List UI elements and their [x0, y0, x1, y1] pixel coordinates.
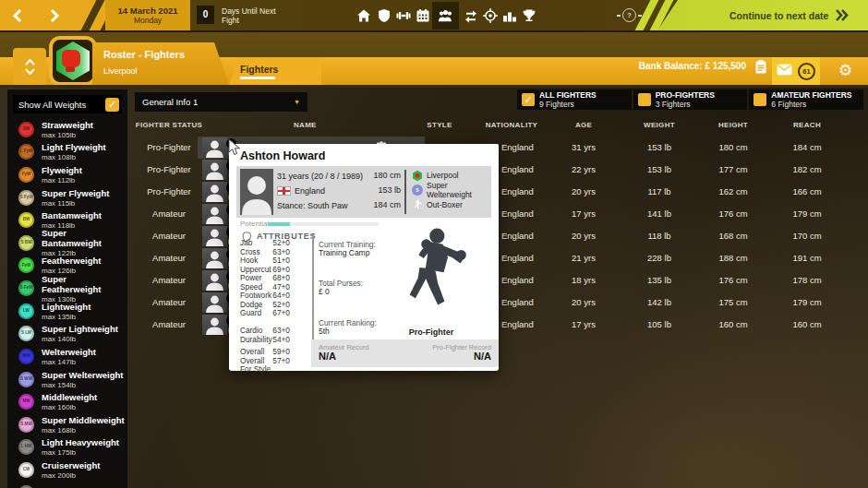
weight-class-icon: CW — [18, 462, 34, 478]
fighter-filters: ALL FIGHTERS 9 Fighters PRO-FIGHTERS 3 F… — [517, 89, 863, 110]
attributes-condition-list: Cardio 63+0 Durability 54+0 — [240, 327, 290, 344]
scouting-target-icon[interactable] — [483, 8, 499, 24]
training-dumbbell-icon[interactable] — [396, 8, 412, 24]
weight-class-icon: L HW — [18, 439, 34, 455]
popup-nationality: England — [295, 186, 325, 196]
fighter-height: 162 cm — [701, 181, 766, 203]
show-all-weights-checkbox[interactable] — [105, 98, 119, 112]
filter-checkbox[interactable] — [638, 93, 651, 106]
collapse-sidebar-tab[interactable] — [13, 48, 46, 85]
fighter-reach: 170 cm — [775, 225, 839, 247]
roster-people-icon[interactable] — [438, 8, 453, 24]
fighter-filter-button[interactable]: PRO-FIGHTERS 3 Fighters — [633, 89, 748, 110]
club-logo-icon — [412, 170, 423, 182]
home-icon[interactable] — [356, 8, 372, 24]
weight-class-item[interactable]: WW Welterweight max 147lb — [7, 345, 127, 368]
column-style[interactable]: STYLE — [407, 121, 472, 129]
show-all-weights-label: Show All Weights — [13, 100, 105, 110]
weight-class-max: max 140lb — [42, 335, 118, 343]
record-bar: Amateur Record N/A Pro-Fighter Record N/… — [311, 339, 499, 367]
fighter-photo — [240, 169, 273, 215]
popup-info-divider — [404, 170, 406, 214]
club-name: Liverpool — [103, 66, 138, 76]
column-name[interactable]: NAME — [294, 121, 349, 129]
fighter-age: 31 yrs — [551, 137, 616, 159]
attribute-row: Guard 67+0 — [240, 309, 290, 318]
fighter-age: 18 yrs — [551, 269, 616, 292]
club-logo[interactable] — [48, 35, 98, 87]
weight-class-icon: S WW — [18, 372, 34, 387]
current-date: 14 March 2021 — [105, 6, 190, 16]
weight-class-abbr: S WW — [20, 377, 32, 382]
weight-class-item[interactable]: S WW Super Welterweight max 154lb — [7, 368, 127, 391]
rankings-podium-icon[interactable] — [502, 8, 518, 24]
fighter-avatar — [202, 204, 227, 224]
weight-class-item[interactable]: L HW Light Heavyweight max 175lb — [7, 436, 127, 459]
popup-club-row: Liverpool — [412, 170, 459, 181]
popup-age-dob: 31 years (20 / 8 / 1989) — [277, 171, 363, 181]
weight-class-abbr: L HW — [21, 445, 32, 449]
column-nationality[interactable]: NATIONALITY — [475, 121, 549, 129]
column-reach[interactable]: REACH — [775, 121, 839, 129]
forward-chevron-button[interactable] — [46, 7, 63, 24]
column-fighter-status[interactable]: FIGHTER STATUS — [114, 121, 224, 129]
tab-fighters[interactable]: Fighters — [229, 57, 321, 85]
settings-gear-icon[interactable]: ⚙ — [838, 63, 852, 78]
weight-class-max: max 160lb — [42, 403, 97, 411]
continue-button[interactable]: Continue to next date — [729, 0, 850, 30]
weight-class-item[interactable]: MW Middleweight max 160lb — [7, 390, 127, 413]
column-height[interactable]: HEIGHT — [701, 121, 766, 129]
popup-stance: Stance: South Paw — [277, 200, 348, 210]
days-until-fight-label: Days Until Next Fight — [222, 6, 279, 25]
back-chevron-button[interactable] — [9, 7, 26, 24]
filter-checkbox[interactable] — [522, 93, 535, 106]
contracts-clipboard-icon[interactable] — [753, 59, 768, 75]
fighter-weight: 142 lb — [627, 292, 692, 314]
header-bar: Roster - Fighters Liverpool Fighters Ban… — [0, 32, 868, 88]
transfers-swap-icon[interactable] — [464, 8, 479, 24]
weight-class-name: Super Middleweight — [42, 415, 125, 425]
weight-class-abbr: S MW — [20, 423, 32, 427]
filter-count: 6 Fighters — [771, 100, 851, 109]
weight-class-name: Super Welterweight — [42, 370, 124, 380]
mail-count-badge[interactable]: 61 — [798, 63, 815, 80]
weight-class-max: max 168lb — [42, 426, 125, 434]
boxing-manager-app: 14 March 2021 Monday 0 Days Until Next F… — [0, 0, 868, 488]
table-header-row: FIGHTER STATUS NAME STYLE NATIONALITY AG… — [0, 121, 868, 134]
fighter-filter-button[interactable]: AMATEUR FIGHTERS 6 Fighters — [749, 89, 863, 110]
help-icon[interactable]: ? — [617, 8, 642, 22]
fighter-reach: 184 cm — [775, 137, 839, 159]
fighter-height: 177 cm — [701, 159, 766, 181]
column-age[interactable]: AGE — [551, 121, 616, 129]
weight-class-item[interactable]: CW Cruiserweight max 200lb — [7, 458, 127, 482]
popup-fighter-name: Ashton Howard — [240, 149, 325, 162]
popup-nationality-row: England — [277, 185, 325, 196]
popup-attributes-divider — [312, 234, 314, 339]
weight-class-item[interactable]: HW Heavyweight — [7, 482, 127, 488]
calendar-icon[interactable] — [416, 8, 431, 24]
fighter-filter-button[interactable]: ALL FIGHTERS 9 Fighters — [517, 89, 632, 110]
club-shield-icon[interactable] — [377, 8, 392, 24]
fighter-weight: 228 lb — [627, 247, 692, 269]
fighter-detail-popup: Ashton Howard 31 years (20 / 8 / 1989) E… — [229, 144, 499, 371]
attribute-name: Durability — [240, 336, 272, 345]
fighter-avatar — [202, 137, 227, 158]
chevron-down-icon — [25, 68, 35, 75]
attribute-row: Durability 54+0 — [240, 336, 290, 345]
top-bar: 14 March 2021 Monday 0 Days Until Next F… — [0, 0, 868, 32]
attribute-value: 57+0 — [272, 357, 290, 366]
trophies-icon[interactable] — [522, 8, 537, 24]
attributes-main-list: Jab 52+0 Cross 63+0 Hook 51+0 Uppercut 6… — [240, 239, 290, 318]
weight-class-item[interactable]: S MW Super Middleweight max 168lb — [7, 413, 127, 436]
attribute-row: Overall For Style 57+0 — [240, 357, 290, 366]
weight-class-icon: S MW — [18, 417, 34, 433]
filter-checkbox[interactable] — [753, 93, 766, 106]
mail-envelope-icon[interactable] — [777, 64, 792, 76]
pro-record-value: N/A — [474, 351, 491, 362]
info-view-dropdown[interactable]: General Info 1 ▼ — [135, 92, 307, 112]
fighter-avatar — [202, 226, 227, 246]
fighter-weight: 153 lb — [627, 159, 692, 181]
popup-info-box: 31 years (20 / 8 / 1989) England Stance:… — [236, 166, 491, 218]
boxer-silhouette — [377, 225, 486, 325]
column-weight[interactable]: WEIGHT — [627, 121, 692, 129]
